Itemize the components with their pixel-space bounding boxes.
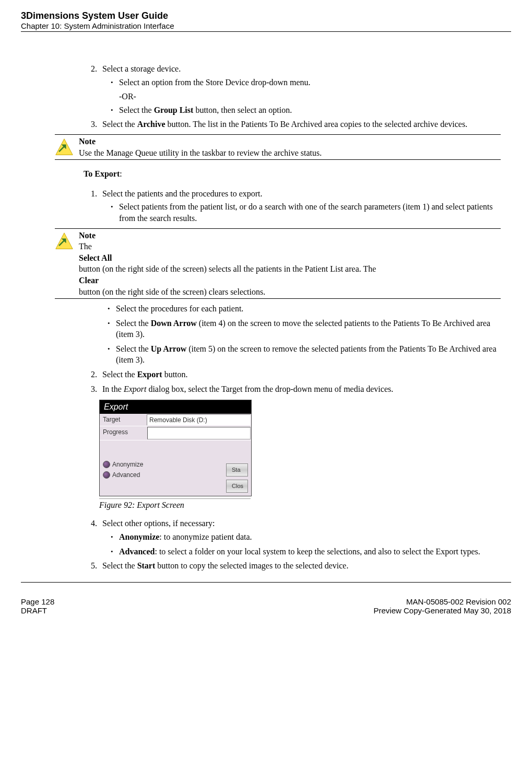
- radio-icon: [103, 471, 110, 479]
- bullet-up-arrow: Select the Up Arrow (item 5) on the scre…: [116, 343, 501, 366]
- progress-bar: [147, 427, 251, 439]
- export-sub-bullets: Select the procedures for each patient. …: [101, 303, 501, 366]
- step-3: Select the Archive button. The list in t…: [99, 119, 501, 130]
- step2-bullet-1: Select an option from the Store Device d…: [119, 77, 501, 88]
- note-2-title: Note: [79, 230, 501, 241]
- doc-revision: MAN-05085-002 Revision 002: [374, 597, 511, 606]
- close-button[interactable]: Clos: [226, 480, 248, 493]
- export-steps-cont: Select the Export button. In the Export …: [84, 369, 501, 394]
- note-icon: [55, 138, 74, 157]
- export-step-5: Select the Start button to copy the sele…: [99, 560, 501, 572]
- bullet-down-arrow: Select the Down Arrow (item 4) on the sc…: [116, 318, 501, 340]
- note-1-title: Note: [79, 136, 501, 147]
- target-label: Target: [100, 414, 147, 426]
- option-advanced: Advanced: to select a folder on your loc…: [119, 546, 501, 557]
- chapter-title: Chapter 10: System Administration Interf…: [21, 21, 511, 30]
- or-text: -OR-: [119, 91, 501, 102]
- dialog-title: Export: [100, 400, 251, 414]
- export-step-1: Select the patients and the procedures t…: [99, 188, 501, 224]
- page-number: Page 128: [21, 597, 54, 606]
- export-steps: Select the patients and the procedures t…: [84, 188, 501, 224]
- figure-caption: Figure 92: Export Screen: [99, 498, 251, 511]
- main-content: Select a storage device. Select an optio…: [84, 63, 501, 572]
- export-step-4: Select other options, if necessary: Anon…: [99, 518, 501, 557]
- bullet-procedures: Select the procedures for each patient.: [116, 303, 501, 315]
- note-2: Note The Select All button (on the right…: [55, 228, 501, 299]
- anonymize-radio[interactable]: Anonymize: [103, 460, 143, 469]
- export-step-3: In the Export dialog box, select the Tar…: [99, 383, 501, 395]
- export-step-2: Select the Export button.: [99, 369, 501, 380]
- gen-date: Preview Copy-Generated May 30, 2018: [374, 606, 511, 615]
- draft-label: DRAFT: [21, 606, 54, 615]
- target-dropdown[interactable]: Removable Disk (D:): [147, 414, 251, 425]
- step-2: Select a storage device. Select an optio…: [99, 63, 501, 115]
- option-anonymize: Anonymize: to anonymize patient data.: [119, 531, 501, 543]
- page-header: 3Dimensions System User Guide Chapter 10…: [21, 10, 511, 32]
- export-step1-bullet-1: Select patients from the patient list, o…: [119, 201, 501, 224]
- doc-title: 3Dimensions System User Guide: [21, 10, 511, 21]
- step2-bullet-2: Select the Group List button, then selec…: [119, 104, 501, 116]
- to-export-heading: To Export:: [84, 168, 501, 180]
- page-footer: Page 128 DRAFT MAN-05085-002 Revision 00…: [21, 597, 511, 615]
- advanced-radio[interactable]: Advanced: [103, 471, 143, 479]
- export-screenshot: Export Target Removable Disk (D:) Progre…: [99, 400, 252, 496]
- radio-icon: [103, 461, 110, 468]
- note-icon: [55, 232, 74, 251]
- archive-steps: Select a storage device. Select an optio…: [84, 63, 501, 130]
- progress-label: Progress: [100, 426, 147, 440]
- export-steps-final: Select other options, if necessary: Anon…: [84, 518, 501, 571]
- start-button[interactable]: Sta: [226, 463, 248, 476]
- note-1-text: Use the Manage Queue utility in the task…: [79, 148, 322, 157]
- note-1: Note Use the Manage Queue utility in the…: [55, 134, 501, 160]
